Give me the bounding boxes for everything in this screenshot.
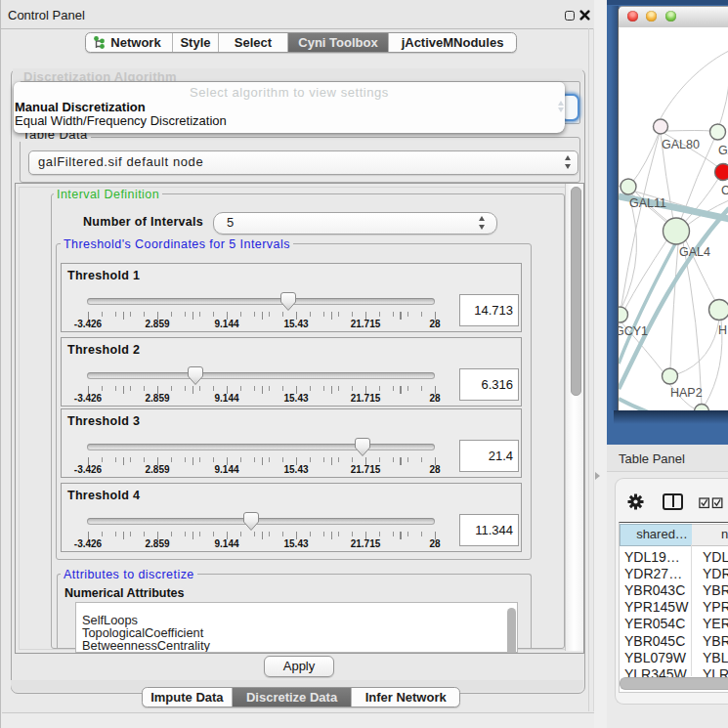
svg-text:GAL11: GAL11 xyxy=(629,196,666,210)
svg-text:GA: GA xyxy=(718,144,728,157)
svg-text:GAL4: GAL4 xyxy=(679,245,710,259)
svg-text:H: H xyxy=(718,323,727,337)
svg-text:C: C xyxy=(721,184,728,197)
svg-text:HAP2: HAP2 xyxy=(670,386,703,400)
svg-text:GAL80: GAL80 xyxy=(662,138,700,151)
svg-text:GCY1: GCY1 xyxy=(618,324,648,338)
